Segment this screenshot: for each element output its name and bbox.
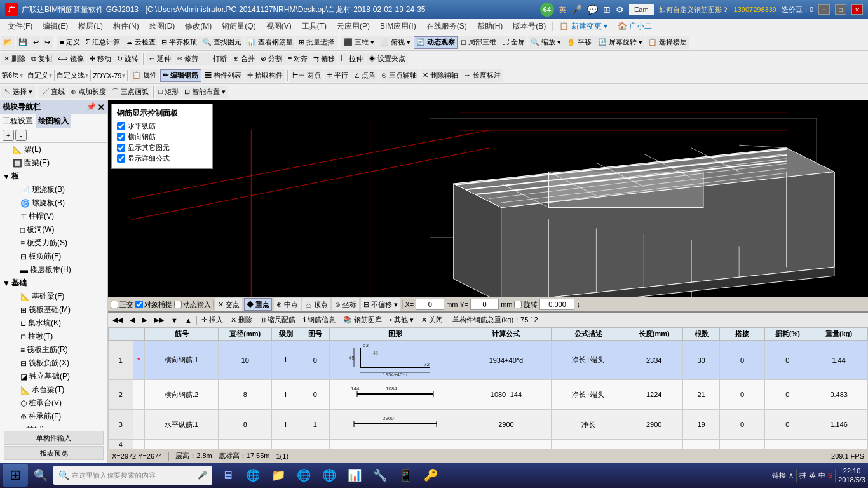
snap-coord-btn[interactable]: ⊙ 坐标 [332,298,359,311]
table-row[interactable]: 2 横向钢筋.2 8 ⅱ 0 144 [109,380,868,410]
tree-item-isolated[interactable]: ◪ 独立基础(P) [0,370,107,383]
toolbar-redo-btn[interactable]: ↪ [42,36,53,49]
ctrl-show-elements[interactable]: 显示其它图元 [117,143,207,152]
taskbar-icon-app1[interactable]: 📊 [343,464,366,487]
toolbar-undo-btn[interactable]: ↩ [31,36,41,49]
tree-item-foundbeam[interactable]: 📐 基础梁(F) [0,290,107,303]
toolbar-extend-btn[interactable]: ↔ 延伸 [146,53,173,65]
tree-item-slabhole[interactable]: □ 板洞(W) [0,223,107,236]
snap-label[interactable]: 对象捕捉 [135,300,172,309]
ortho-label[interactable]: 正交 [111,300,133,309]
nav-up-btn[interactable]: ▲ [182,315,195,326]
menu-component[interactable]: 构件(N) [108,20,144,33]
tree-item-slabneg[interactable]: ⊟ 板负筋(F) [0,250,107,263]
toolbar-pan-btn[interactable]: ✋ 平移 [564,36,594,49]
toolbar-mirror-btn[interactable]: ⟺ 镜像 [55,53,86,65]
toolbar-find-btn[interactable]: 🔍 查找图元 [200,36,244,49]
toolbar-view-rebar-btn[interactable]: 📊 查看钢筋量 [245,36,295,49]
toolbar-del-aux-btn[interactable]: ✕ 删除辅轴 [420,69,461,82]
snap-nooffset-btn[interactable]: ⊟ 不偏移 ▾ [361,298,400,311]
tree-item-raftmain[interactable]: ≡ 筏板主筋(R) [0,343,107,356]
nav-prev-btn[interactable]: ◀ [126,315,138,326]
taskbar-icon-edge[interactable]: 🌐 [292,464,315,487]
tree-item-beam[interactable]: 📐 梁(L) [0,143,107,156]
toolbar-two-pts-btn[interactable]: ⊢⊣ 两点 [290,69,323,82]
close-button[interactable]: ✕ [851,4,863,15]
ctrl-trans-rebar[interactable]: 横向钢筋 [117,132,207,142]
table-row[interactable]: 3 水平纵筋.1 8 ⅱ 1 2900 [109,410,868,440]
toolbar-line-btn[interactable]: ╱ 直线 [39,86,67,98]
menu-edit[interactable]: 编辑(E) [37,20,73,33]
panel-add-btn[interactable]: + [3,130,14,141]
tree-group-slab[interactable]: ▼ 板 [0,170,107,183]
panel-close-btn[interactable]: ✕ [97,102,105,112]
toolbar-save-btn[interactable]: 💾 [16,36,30,49]
taskbar-icon-edge2[interactable]: 🌐 [318,464,341,487]
toolbar-grip-btn[interactable]: ◈ 设置夹点 [366,53,408,65]
ctrl-horiz-rebar[interactable]: 水平纵筋 [117,121,207,131]
tree-item-sump[interactable]: ⊔ 集水坑(K) [0,316,107,330]
menu-help[interactable]: 帮助(H) [472,20,508,33]
y-input[interactable] [470,299,499,310]
ctrl-show-formula[interactable]: 显示详细公式 [117,154,207,163]
nav-next-btn[interactable]: ▶ [139,315,150,326]
toolbar-batch-select-btn[interactable]: ⊞ 批量选择 [296,36,337,49]
toolbar-align-btn[interactable]: ⊟ 平齐板顶 [159,36,200,49]
menu-file[interactable]: 文件(F) [3,20,37,33]
toolbar-3pt-aux-btn[interactable]: ⊙ 三点辅轴 [379,69,419,82]
toolbar-rotate-btn[interactable]: ↻ 旋转 [114,53,141,65]
panel-float-btn[interactable]: 📌 [86,102,96,112]
minimize-button[interactable]: － [818,4,830,15]
tree-item-pilerebar[interactable]: ⊕ 桩承筋(F) [0,410,107,423]
toolbar-dynamic-obs-btn[interactable]: 🔄 动态观察 [414,36,458,49]
snap-intersect-btn[interactable]: ✕ 交点 [215,298,242,311]
taskbar-search-icon-btn[interactable]: 🔍 [29,464,52,487]
rebar-lib-btn[interactable]: 📚 钢筋图库 [340,315,385,326]
toolbar-comp-list-btn[interactable]: ☰ 构件列表 [202,69,244,82]
toolbar-edit-rebar-btn[interactable]: ✏ 编辑钢筋 [160,69,201,82]
menu-online[interactable]: 在线服务(S) [421,20,472,33]
menu-view[interactable]: 视图(V) [261,20,297,33]
toolbar-select-floor-btn[interactable]: 📋 选择楼层 [646,36,689,49]
ctrl-show-elements-check[interactable] [117,144,125,152]
rebar-delete-btn[interactable]: ✕ 删除 [227,315,255,326]
snap-vertex-btn[interactable]: △ 顶点 [302,298,330,311]
taskbar-icon-system[interactable]: 🖥 [216,464,239,487]
tray-expand-icon[interactable]: ∧ [789,471,794,480]
toolbar-copy-btn[interactable]: ⧉ 复制 [29,53,55,65]
panel-section-draw[interactable]: 绘图输入 [36,114,71,128]
menu-cloud[interactable]: 云应用(P) [332,20,375,33]
rebar-insert-btn[interactable]: ✛ 插入 [198,315,226,326]
nav-down-btn[interactable]: ▼ [168,315,181,326]
toolbar-3d-btn[interactable]: ⬛ 三维 ▾ [341,36,377,49]
toolbar-pt-len-btn[interactable]: ⊕ 点加长度 [68,86,109,98]
toolbar-define-btn[interactable]: ■ 定义 [57,36,83,49]
toolbar-select-btn[interactable]: ↖ 选择 ▾ [1,86,35,98]
toolbar-sum-btn[interactable]: Σ 汇总计算 [83,36,123,49]
menu-tools[interactable]: 工具(T) [297,20,332,33]
panel-section-settings[interactable]: 工程设置 [0,114,36,128]
rebar-scaleplace-btn[interactable]: ⊞ 缩尺配筋 [257,315,299,326]
taskbar-icon-app4[interactable]: 🔑 [419,464,442,487]
nav-last-btn[interactable]: ▶▶ [151,315,167,326]
toolbar-fullscreen-btn[interactable]: ⛶ 全屏 [499,36,527,49]
table-row[interactable]: 1 * 横向钢筋.1 10 ⅱ 0 [109,341,868,380]
toolbar-len-mark-btn[interactable]: ↔ 长度标注 [461,69,503,82]
taskbar-icon-ie[interactable]: 🌐 [241,464,264,487]
ctrl-horiz-rebar-check[interactable] [117,122,125,130]
snap-midpoint-btn[interactable]: ◆ 重点 [244,298,272,311]
tree-item-pile[interactable]: ↓ 桩(U) [0,423,107,428]
rebar-info-btn[interactable]: ℹ 钢筋信息 [300,315,339,326]
toolbar-split-btn[interactable]: ⊗ 分割 [258,53,285,65]
snap-check[interactable] [135,301,143,308]
rotate-check[interactable] [514,301,522,308]
menu-rebar-qty[interactable]: 钢筋量(Q) [217,20,261,33]
toolbar-pt-angle-btn[interactable]: ∠ 点角 [351,69,378,82]
rebar-other-btn[interactable]: • 其他 ▾ [386,315,417,326]
maximize-button[interactable]: □ [835,4,846,15]
tree-item-pilecapbeam[interactable]: 📐 承台梁(T) [0,383,107,396]
ctrl-show-formula-check[interactable] [117,154,125,163]
toolbar-delete-btn[interactable]: ✕ 删除 [1,53,28,65]
toolbar-move-btn[interactable]: ✤ 移动 [87,53,114,65]
rotate-input[interactable] [539,299,574,310]
